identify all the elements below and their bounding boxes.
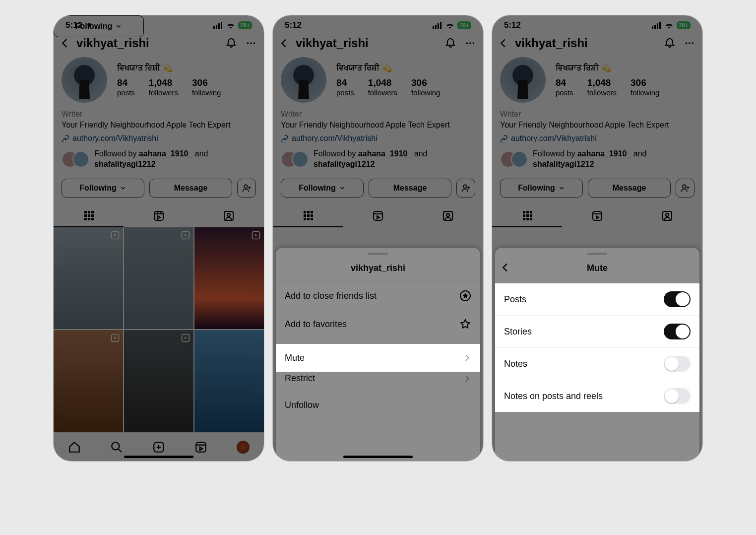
display-name: ਵਿਖਯਾਤ ਰਿਸ਼ੀ 💫 xyxy=(117,63,256,72)
message-button[interactable]: Message xyxy=(369,179,451,198)
sheet-item-mute-highlight[interactable]: Mute xyxy=(276,344,480,372)
svg-rect-28 xyxy=(433,26,434,29)
followers-stat[interactable]: 1,048 followers xyxy=(149,77,178,97)
sheet-grabber[interactable] xyxy=(368,253,388,255)
battery-icon: 76+ xyxy=(677,21,691,29)
tab-reels[interactable] xyxy=(562,204,632,227)
back-icon[interactable] xyxy=(498,38,509,49)
notifications-icon[interactable] xyxy=(663,36,677,50)
nav-create[interactable] xyxy=(152,440,166,454)
sheet-item-favorites[interactable]: Add to favorites xyxy=(276,310,480,338)
nav-reels[interactable] xyxy=(194,440,208,454)
add-user-button[interactable] xyxy=(237,179,256,198)
tab-reels[interactable] xyxy=(343,204,413,227)
svg-rect-31 xyxy=(440,22,441,29)
svg-rect-64 xyxy=(526,218,529,220)
add-user-button[interactable] xyxy=(676,179,694,198)
post-thumbnail[interactable] xyxy=(194,227,264,330)
svg-rect-8 xyxy=(84,211,87,213)
svg-rect-52 xyxy=(659,22,661,29)
mute-row-posts[interactable]: Posts xyxy=(495,283,699,315)
nav-home[interactable] xyxy=(67,440,81,454)
tab-reels[interactable] xyxy=(124,204,193,227)
following-button[interactable]: Following xyxy=(281,179,364,198)
toggle-posts[interactable] xyxy=(664,291,691,307)
back-icon[interactable] xyxy=(279,38,290,49)
tab-tagged[interactable] xyxy=(632,204,702,227)
following-button[interactable]: Following xyxy=(500,179,583,198)
cellular-icon xyxy=(652,22,662,29)
tab-grid[interactable] xyxy=(54,204,124,227)
svg-rect-49 xyxy=(652,26,653,29)
following-stat[interactable]: 306following xyxy=(411,77,440,97)
post-grid xyxy=(54,227,264,432)
chevron-down-icon xyxy=(120,185,126,192)
tab-tagged[interactable] xyxy=(413,204,483,227)
post-thumbnail[interactable] xyxy=(124,330,193,432)
post-thumbnail[interactable] xyxy=(54,330,123,432)
post-thumbnail[interactable] xyxy=(54,227,123,330)
followed-by-text[interactable]: Followed by aahana_1910_ and shafalityag… xyxy=(94,149,256,170)
chevron-right-icon xyxy=(462,353,471,362)
following-button[interactable]: Following xyxy=(62,179,144,198)
reel-badge-icon xyxy=(110,230,120,240)
nav-search[interactable] xyxy=(110,440,124,454)
status-bar: 5:12 76+ xyxy=(273,15,483,32)
toggle-stories[interactable] xyxy=(664,324,691,339)
bio-link[interactable]: authory.com/Vikhyatrishi xyxy=(273,133,483,144)
svg-point-47 xyxy=(446,213,449,216)
svg-rect-58 xyxy=(526,211,529,213)
more-options-icon[interactable] xyxy=(683,36,696,50)
star-outline-icon xyxy=(459,318,471,330)
posts-stat[interactable]: 84 posts xyxy=(117,77,135,97)
svg-rect-11 xyxy=(84,214,87,217)
avatar[interactable] xyxy=(281,57,326,103)
svg-rect-43 xyxy=(307,218,310,220)
message-button[interactable]: Message xyxy=(149,179,232,198)
more-options-icon[interactable] xyxy=(463,36,477,50)
tab-tagged[interactable] xyxy=(194,204,264,227)
profile-username: vikhyat_rishi xyxy=(76,36,218,50)
nav-profile[interactable] xyxy=(236,440,250,454)
sheet-back-icon[interactable] xyxy=(500,262,511,273)
notifications-icon[interactable] xyxy=(443,36,457,50)
status-time: 5:12 xyxy=(65,20,82,30)
toggle-notes-posts-reels[interactable] xyxy=(664,388,691,404)
notifications-icon[interactable] xyxy=(224,36,238,50)
svg-rect-41 xyxy=(311,214,313,217)
mute-row-notes-posts-reels[interactable]: Notes on posts and reels xyxy=(495,380,699,412)
svg-rect-51 xyxy=(657,23,658,29)
more-options-icon[interactable] xyxy=(244,36,258,50)
screenshot-panel-1: 5:12 76+ vikhyat_rishi xyxy=(53,15,264,462)
sheet-grabber[interactable] xyxy=(587,253,607,255)
bio-link[interactable]: authory.com/Vikhyatrishi xyxy=(54,133,264,144)
post-thumbnail[interactable] xyxy=(194,330,264,432)
bio-text: Your Friendly Neighbourhood Apple Tech E… xyxy=(62,120,256,131)
svg-rect-3 xyxy=(221,22,222,29)
toggle-notes[interactable] xyxy=(664,356,691,372)
add-user-button[interactable] xyxy=(456,179,475,198)
followers-stat[interactable]: 1,048followers xyxy=(368,77,397,97)
post-thumbnail[interactable] xyxy=(124,227,193,330)
profile-username: vikhyat_rishi xyxy=(296,36,438,50)
reel-badge-icon xyxy=(181,333,190,343)
sheet-item-unfollow[interactable]: Unfollow xyxy=(276,392,480,418)
status-bar: 5:12 76+ xyxy=(54,15,264,32)
svg-rect-65 xyxy=(530,218,532,220)
mute-row-notes[interactable]: Notes xyxy=(495,347,699,380)
svg-rect-0 xyxy=(213,26,215,29)
svg-point-53 xyxy=(686,42,688,44)
following-stat[interactable]: 306 following xyxy=(192,77,221,97)
svg-point-5 xyxy=(250,42,252,44)
back-icon[interactable] xyxy=(60,38,70,49)
tab-grid[interactable] xyxy=(492,204,562,227)
avatar[interactable] xyxy=(62,57,107,103)
sheet-item-close-friends[interactable]: Add to close friends list xyxy=(276,281,480,310)
message-button[interactable]: Message xyxy=(588,179,671,198)
bio-link[interactable]: authory.com/Vikhyatrishi xyxy=(492,133,702,144)
link-icon xyxy=(62,134,69,142)
avatar[interactable] xyxy=(500,57,546,103)
tab-grid[interactable] xyxy=(273,204,343,227)
mute-row-stories[interactable]: Stories xyxy=(495,315,699,347)
posts-stat[interactable]: 84posts xyxy=(336,77,354,97)
